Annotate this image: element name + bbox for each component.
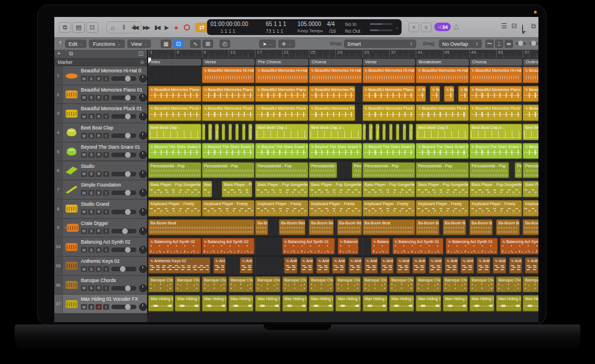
region[interactable]: ↻ Beautiful Memories Piano 02.5 — [444, 86, 454, 102]
input-monitor-button[interactable]: I — [103, 190, 109, 196]
region[interactable]: ↻ Beautiful Memories Pluck 01 — [148, 105, 201, 121]
arrangement-marker[interactable]: Chorus — [470, 59, 523, 66]
volume-slider[interactable] — [111, 96, 136, 100]
solo-button[interactable]: S — [88, 171, 94, 177]
input-monitor-button[interactable]: I — [103, 114, 109, 119]
region[interactable]: Percussionist - Pop — [202, 162, 255, 179]
lcd-chevron-icon[interactable]: ⌄ — [395, 25, 399, 30]
region[interactable]: ↻ Beautiful Memories Hi-Hat 02.1 — [309, 67, 362, 83]
region[interactable]: Baroque Chords — [443, 276, 468, 293]
region[interactable]: Beet Beat Clap.1 ⌂ — [255, 124, 308, 140]
region[interactable]: Baroque Chords — [148, 276, 174, 293]
region[interactable]: ↻ Balancing Act Synth 01 — [500, 238, 538, 254]
volume-slider[interactable] — [111, 229, 136, 233]
region[interactable]: ↻ Anthemic Keys 02 — [396, 257, 410, 274]
solo-button[interactable]: S — [88, 247, 94, 253]
region[interactable]: ↻ Beautiful Memories Piano 02.6 — [458, 86, 468, 102]
region[interactable]: Ba-Boom Beat — [469, 219, 493, 236]
track-icon[interactable] — [66, 73, 77, 79]
region[interactable]: Ba-Boom Beat — [279, 219, 306, 236]
region[interactable]: ↻ Anthemic Keys 02 — [429, 257, 442, 274]
region[interactable]: ↻ Beyond The Stars Snare 01 ∞ — [148, 143, 201, 159]
region[interactable]: ↻ Anthemic Keys 02 — [525, 257, 538, 274]
track-header[interactable]: 2Beautiful Memories Piano 01MSRI — [54, 85, 147, 105]
pan-knob[interactable] — [139, 75, 147, 83]
track-icon[interactable] — [66, 110, 77, 118]
region[interactable]: Baroque Chords — [309, 276, 334, 293]
region[interactable]: Bass Player - Pop Songwriter — [469, 181, 523, 197]
region[interactable]: ↻ Beyond The Stars Snare 02.3 — [416, 143, 469, 159]
region[interactable]: Baroque Chords — [389, 276, 415, 293]
volume-slider[interactable] — [111, 267, 136, 271]
region[interactable]: ↻ Beautiful Memories Piano 02.1 — [309, 86, 355, 102]
region[interactable]: Keyboard Player - Freely — [523, 200, 538, 216]
region[interactable]: ↻ Beautiful Memories Piano 01.1 — [202, 86, 255, 102]
track-lane[interactable]: ↻ Beyond The Stars Snare 01 ∞↻ Beyond Th… — [148, 142, 538, 162]
region[interactable]: Ba-Boom Beat — [443, 219, 467, 236]
volume-slider[interactable] — [111, 286, 136, 291]
region[interactable]: ↻ Beautiful Memories Pluck 02.3 — [416, 105, 469, 121]
volume-slider[interactable] — [111, 210, 136, 214]
record-enable-button[interactable]: R — [96, 304, 102, 310]
region[interactable]: Bass Player - Pop Songwriter — [363, 181, 416, 197]
region[interactable]: Beet Beat Clap — [215, 124, 218, 140]
region[interactable]: Baroque Chords — [255, 276, 281, 293]
track-name[interactable]: Crate Digger — [81, 220, 142, 226]
input-monitor-button[interactable]: I — [103, 304, 109, 310]
track-lane[interactable]: ↻ Beautiful Memories Pluck 01↻ Beautiful… — [148, 104, 538, 123]
inspector-toggle-icon[interactable]: ▤ — [72, 22, 85, 33]
track-lane[interactable]: Keyboard Player - FreelyKeyboard Player … — [148, 200, 538, 219]
mute-button[interactable]: M — [81, 114, 87, 119]
record-enable-button[interactable]: R — [96, 190, 102, 196]
play-button[interactable]: ▶ — [165, 24, 169, 31]
volume-slider[interactable] — [111, 190, 136, 195]
input-monitor-button[interactable]: I — [103, 285, 109, 291]
metronome-icon[interactable]: △ — [454, 22, 459, 30]
region[interactable]: Beet Beat Clap — [235, 124, 239, 140]
track-name[interactable]: Studio — [81, 163, 142, 169]
solo-button[interactable]: S — [88, 76, 94, 81]
region[interactable]: ↻ Anthemic Keys 02 — [348, 257, 362, 274]
region[interactable]: Max Hiding 01 Vocoder FX — [363, 295, 388, 311]
input-monitor-button[interactable]: I — [103, 152, 109, 158]
mixer-icon[interactable]: ⦀ — [118, 24, 130, 31]
track-lane[interactable]: ↻ Balancing Act Synth 02↻ Balancing Act … — [148, 237, 538, 257]
track-icon[interactable] — [66, 167, 77, 175]
grid-icon[interactable]: ▦ — [161, 40, 171, 48]
region[interactable]: ↻ Beautiful Memories Piano 01.2 — [469, 86, 523, 102]
track-header[interactable]: 4Beet Beat ClapMSRI — [54, 123, 147, 142]
region[interactable]: ↻ Anthemic Keys 02 — [412, 257, 426, 274]
volume-slider[interactable] — [111, 133, 136, 138]
record-enable-button[interactable]: R — [96, 114, 102, 119]
region[interactable]: Beet Beat Clap — [363, 124, 366, 140]
region[interactable]: Bass Player - Pop Songwriter — [416, 181, 469, 197]
functions-menu[interactable]: Functions⌄ — [89, 40, 125, 48]
region[interactable]: Beet Beat Clap.6 ⌂ — [469, 124, 523, 140]
region[interactable]: ↻ Balancing Act Synth 02 — [202, 238, 255, 254]
marker-lane[interactable]: IntroVersePre ChorusChorusVerseBreakdown… — [148, 58, 538, 66]
region[interactable]: ↻ Beautiful Memories Hi-Hat 03.2 — [469, 67, 523, 83]
track-lane[interactable]: ↻ Beautiful Memories Piano 01↻ Beautiful… — [148, 85, 538, 105]
region[interactable]: ↻ Anthemic Keys 02 — [509, 257, 523, 274]
region[interactable]: Beet Beat Clap — [389, 124, 393, 140]
record-enable-button[interactable]: R — [96, 266, 102, 272]
waveform-zoom-icon[interactable]: 〜 — [485, 40, 494, 48]
region[interactable]: Ba-Boom Beat — [363, 219, 416, 236]
region[interactable]: Keyboard Player - Freely — [148, 200, 201, 216]
input-monitor-button[interactable]: I — [103, 133, 109, 138]
region[interactable]: ↻ Balancing Act Synth 01 — [393, 238, 443, 254]
region[interactable]: ↻ Beautiful Memories Piano 01 — [148, 86, 201, 102]
region[interactable]: ↻ Anthemic Keys 02 — [240, 257, 253, 274]
input-monitor-button[interactable]: I — [103, 209, 109, 215]
arrangement-marker[interactable]: Pre Chorus — [256, 59, 308, 66]
snap-icon[interactable]: ⊡ — [173, 40, 184, 48]
region[interactable]: ↻ Balancing Act Synth 01 — [338, 238, 359, 254]
arrangement-marker[interactable]: Outtro — [523, 59, 538, 66]
pointer-tool-menu[interactable]: ➤⌄ — [259, 40, 276, 48]
solo-button[interactable]: S — [88, 285, 94, 291]
add-track-button[interactable]: + — [57, 50, 61, 57]
region[interactable]: Bass Player - Pop Songwriter — [255, 181, 308, 197]
pan-knob[interactable] — [139, 227, 147, 235]
track-icon[interactable] — [66, 205, 77, 213]
region[interactable]: ↻ Beautiful Memories Hi-Hat 03.1 — [202, 67, 255, 83]
